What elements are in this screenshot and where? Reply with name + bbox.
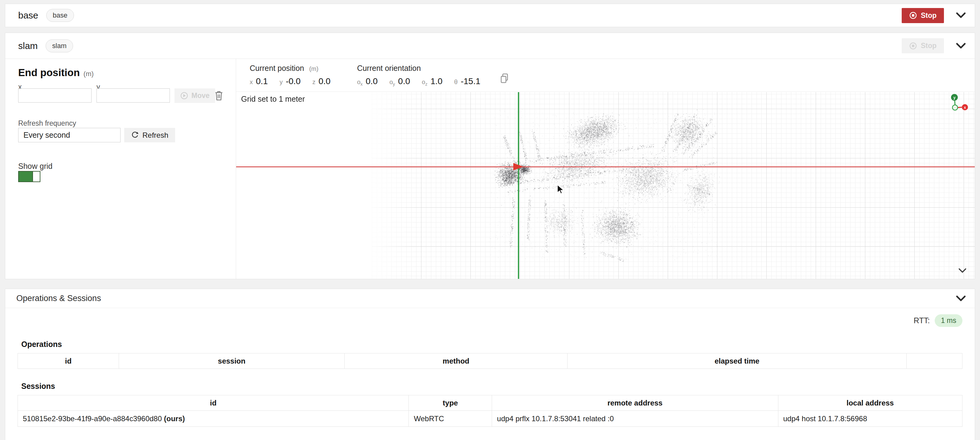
sessions-col-remote-address: remote address [492,396,778,411]
sessions-table: id type remote address local address 510… [18,395,963,427]
pointcloud-canvas [236,92,975,279]
operations-sessions-card: Operations & Sessions RTT: 1 ms Operatio… [5,289,975,440]
position-z-value: z0.0 [312,76,331,86]
slam-stop-button[interactable]: Stop [902,38,944,53]
session-type-cell: WebRTC [409,411,492,427]
rtt-label: RTT: [914,316,930,325]
svg-text:y: y [953,95,956,100]
stop-icon [909,42,917,50]
base-card: base base Stop [5,4,975,27]
base-collapse-chevron-icon[interactable] [956,12,966,19]
sessions-header-row: id type remote address local address [18,396,963,411]
base-type-chip: base [46,9,74,22]
end-position-y-input[interactable] [97,89,170,103]
position-x-value: x0.1 [250,76,268,86]
move-button[interactable]: Move [175,89,215,103]
copy-pose-button[interactable] [500,73,509,84]
slam-collapse-chevron-icon[interactable] [956,43,966,49]
orientation-oz-value: oz1.0 [422,76,442,87]
slam-controls-panel: End position(m) x y Move Refresh frequen… [5,59,236,279]
sessions-col-type: type [409,396,492,411]
session-remote-address-cell: udp4 prflx 10.1.7.8:53041 related :0 [492,411,778,427]
operations-header-row: id session method elapsed time [18,353,963,369]
trash-icon [214,90,223,101]
operations-col-elapsed-time: elapsed time [568,353,907,369]
copy-icon [500,73,509,84]
map-x-axis-line [236,167,975,167]
orientation-oy-value: oy0.0 [389,76,410,87]
operations-sessions-title: Operations & Sessions [16,294,101,303]
refresh-frequency-select[interactable]: Every second [18,128,121,142]
delete-end-position-button[interactable] [214,90,223,101]
base-card-title: base [18,10,38,21]
svg-text:x: x [964,105,966,110]
session-local-address-cell: udp4 host 10.1.7.8:56968 [778,411,963,427]
current-orientation-label: Current orientation [357,64,421,72]
operations-col-session: session [119,353,344,369]
operations-col-id: id [18,353,119,369]
mouse-cursor-icon [557,184,565,195]
refresh-icon [131,131,139,139]
slam-type-chip: slam [46,40,73,52]
end-position-unit: (m) [84,70,94,78]
session-id-cell: 510815e2-93be-41f9-a90e-a884c3960d80 (ou… [18,411,409,427]
axis-gizmo: y x [950,93,969,113]
end-position-heading: End position(m) [18,67,94,79]
current-position-group: Current position (m) x0.1 y-0.0 z0.0 [250,64,331,92]
operations-col-method: method [345,353,568,369]
operations-collapse-chevron-icon[interactable] [956,295,966,302]
session-row: 510815e2-93be-41f9-a90e-a884c3960d80 (ou… [18,411,963,427]
robot-pose-marker [513,162,524,172]
sessions-col-local-address: local address [778,396,963,411]
slam-card-title: slam [18,41,38,51]
base-stop-button[interactable]: Stop [902,8,944,23]
map-y-axis-line [518,92,519,279]
map-scroll-down-chevron-icon[interactable] [958,268,967,275]
sessions-col-id: id [18,396,409,411]
slam-card: slam slam Stop End position(m) x y [5,33,975,279]
stop-icon [909,11,917,19]
show-grid-toggle[interactable] [18,171,40,182]
position-y-value: y-0.0 [280,76,301,86]
refresh-button[interactable]: Refresh [124,128,175,142]
play-circle-icon [180,92,188,100]
sessions-section-label: Sessions [21,382,963,391]
pose-status-bar: Current position (m) x0.1 y-0.0 z0.0 Cur… [236,59,975,92]
current-orientation-group: Current orientation ox0.0 oy0.0 oz1.0 θ-… [357,64,480,92]
operations-col-actions [907,353,963,369]
operations-section-label: Operations [21,340,963,349]
slam-map-panel: Current position (m) x0.1 y-0.0 z0.0 Cur… [236,59,975,279]
rtt-badge: 1 ms [935,314,963,327]
show-grid-label: Show grid [18,162,52,171]
orientation-theta-value: θ-15.1 [454,76,480,87]
current-position-label: Current position [250,64,304,72]
operations-table: id session method elapsed time [18,353,963,369]
current-position-unit: (m) [309,65,318,72]
refresh-frequency-label: Refresh frequency [18,119,76,127]
orientation-ox-value: ox0.0 [357,76,378,87]
end-position-x-input[interactable] [18,89,92,103]
toggle-knob [32,172,40,181]
session-ours-badge: (ours) [164,415,185,423]
slam-map-viewport[interactable]: Grid set to 1 meter y x [236,92,975,279]
grid-scale-note: Grid set to 1 meter [241,95,305,103]
